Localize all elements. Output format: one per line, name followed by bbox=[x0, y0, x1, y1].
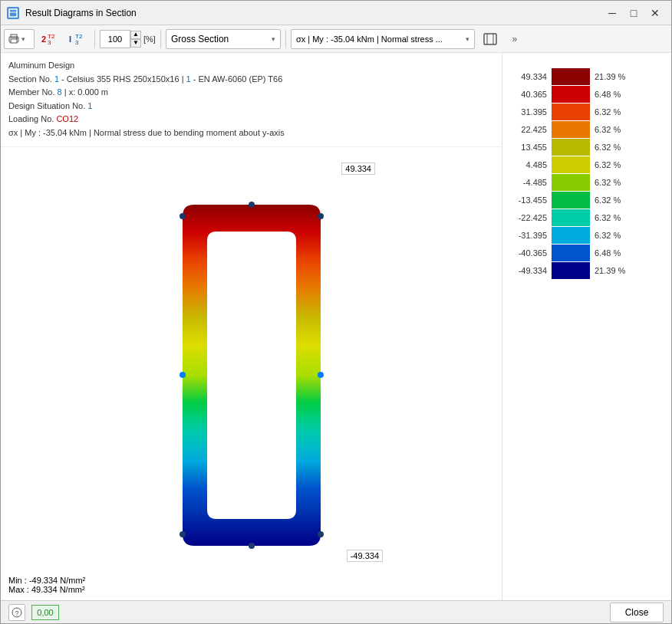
legend-item: -13.4556.32 % bbox=[509, 192, 665, 209]
legend-value: -40.365 bbox=[509, 248, 547, 258]
legend-value: -22.425 bbox=[509, 213, 547, 222]
svg-rect-3 bbox=[11, 39, 17, 43]
info-section: Aluminum Design Section No. 1 - Celsius … bbox=[1, 53, 502, 147]
legend-pct: 6.32 % bbox=[595, 143, 633, 152]
more-button[interactable]: » bbox=[504, 28, 525, 50]
legend-item: 22.4256.32 % bbox=[509, 121, 665, 138]
legend-item: -40.3656.48 % bbox=[509, 245, 665, 261]
svg-point-22 bbox=[249, 543, 255, 549]
legend-item: 4.4856.32 % bbox=[509, 156, 665, 173]
legend-value: 31.395 bbox=[509, 107, 547, 117]
legend-value: 4.485 bbox=[509, 160, 547, 169]
svg-point-20 bbox=[318, 372, 324, 378]
legend-pct: 6.32 % bbox=[595, 213, 633, 222]
right-panel: 49.33421.39 %40.3656.48 %31.3956.32 %22.… bbox=[502, 53, 671, 600]
status-bar: ? 0,00 Close bbox=[1, 600, 671, 623]
legend-color-bar bbox=[552, 245, 590, 261]
svg-point-16 bbox=[318, 213, 324, 219]
window-title: Result Diagrams in Section bbox=[25, 8, 596, 18]
stress-dropdown-label: σx | My : -35.04 kNm | Normal stress ... bbox=[296, 34, 443, 44]
main-content: Aluminum Design Section No. 1 - Celsius … bbox=[1, 53, 671, 600]
svg-rect-0 bbox=[9, 9, 17, 17]
title-bar: Result Diagrams in Section ─ □ ✕ bbox=[1, 1, 671, 25]
minimize-button[interactable]: ─ bbox=[602, 3, 622, 23]
svg-text:?: ? bbox=[15, 609, 18, 617]
info-row-5: Loading No. CO12 bbox=[8, 113, 494, 126]
svg-point-18 bbox=[318, 531, 324, 537]
main-window: Result Diagrams in Section ─ □ ✕ ▾ 2 T2 … bbox=[0, 0, 672, 624]
top-value-label: 49.334 bbox=[341, 163, 375, 175]
legend-color-bar bbox=[552, 68, 590, 85]
legend-item: -4.4856.32 % bbox=[509, 174, 665, 191]
frame-button[interactable] bbox=[479, 28, 501, 50]
legend-color-bar bbox=[552, 209, 590, 226]
print-dropdown-arrow: ▾ bbox=[21, 35, 25, 43]
svg-text:3: 3 bbox=[75, 39, 79, 46]
question-icon: ? bbox=[12, 607, 22, 618]
stress-dropdown-arrow: ▾ bbox=[466, 35, 469, 43]
legend-color-bar bbox=[552, 103, 590, 120]
close-button[interactable]: Close bbox=[610, 603, 664, 622]
toolbar: ▾ 2 T2 3 I T2 3 100 ▲ ▼ [%] bbox=[1, 25, 671, 53]
legend-item: 49.33421.39 % bbox=[509, 68, 665, 85]
min-max-bar: Min : -49.334 N/mm² Max : 49.334 N/mm² bbox=[8, 576, 85, 594]
legend-color-bar bbox=[552, 262, 590, 279]
icon-button-1[interactable]: 2 T2 3 bbox=[38, 28, 62, 50]
section-dropdown-label: Gross Section bbox=[171, 34, 229, 44]
legend-value: 40.365 bbox=[509, 90, 547, 99]
legend-value: 49.334 bbox=[509, 72, 547, 81]
help-icon-button[interactable]: ? bbox=[8, 604, 25, 621]
print-icon bbox=[8, 34, 20, 44]
window-controls: ─ □ ✕ bbox=[602, 3, 665, 23]
app-icon bbox=[7, 7, 19, 19]
legend-pct: 6.48 % bbox=[595, 248, 633, 258]
icon-button-2[interactable]: I T2 3 bbox=[65, 28, 90, 50]
section-dropdown-arrow: ▾ bbox=[272, 35, 275, 43]
close-window-button[interactable]: ✕ bbox=[645, 3, 665, 23]
legend-color-bar bbox=[552, 156, 590, 173]
zoom-input[interactable]: 100 bbox=[100, 30, 130, 48]
legend-pct: 21.39 % bbox=[595, 266, 633, 275]
zoom-down-button[interactable]: ▼ bbox=[130, 39, 141, 48]
zoom-spin: ▲ ▼ bbox=[130, 31, 141, 48]
status-counter: 0,00 bbox=[31, 605, 59, 620]
legend-color-bar bbox=[552, 86, 590, 103]
legend-pct: 6.32 % bbox=[595, 231, 633, 240]
legend-container: 49.33421.39 %40.3656.48 %31.3956.32 %22.… bbox=[509, 68, 665, 280]
legend-color-bar bbox=[552, 192, 590, 209]
bottom-value-label: -49.334 bbox=[347, 550, 383, 562]
legend-value: -49.334 bbox=[509, 266, 547, 275]
stress-dropdown[interactable]: σx | My : -35.04 kNm | Normal stress ...… bbox=[291, 29, 475, 49]
diagram-area: 49.334 bbox=[1, 147, 502, 600]
legend-item: 40.3656.48 % bbox=[509, 86, 665, 103]
zoom-up-button[interactable]: ▲ bbox=[130, 31, 141, 39]
svg-rect-12 bbox=[484, 34, 496, 44]
more-label: » bbox=[512, 34, 518, 44]
svg-point-21 bbox=[249, 202, 255, 208]
legend-value: 22.425 bbox=[509, 125, 547, 134]
left-panel: Aluminum Design Section No. 1 - Celsius … bbox=[1, 53, 502, 600]
legend-pct: 6.48 % bbox=[595, 90, 633, 99]
print-dropdown[interactable]: ▾ bbox=[4, 29, 35, 49]
legend-pct: 6.32 % bbox=[595, 195, 633, 205]
separator-3 bbox=[285, 30, 286, 48]
svg-point-19 bbox=[180, 372, 186, 378]
zoom-control: 100 ▲ ▼ [%] bbox=[100, 30, 156, 48]
info-row-4: Design Situation No. 1 bbox=[8, 100, 494, 113]
svg-point-5 bbox=[16, 38, 18, 39]
legend-pct: 6.32 % bbox=[595, 125, 633, 134]
legend-pct: 6.32 % bbox=[595, 160, 633, 169]
legend-value: -31.395 bbox=[509, 231, 547, 240]
section-diagram bbox=[144, 193, 359, 561]
section-dropdown[interactable]: Gross Section ▾ bbox=[166, 29, 281, 49]
zoom-unit: [%] bbox=[143, 34, 156, 44]
svg-point-17 bbox=[180, 531, 186, 537]
status-left: ? 0,00 bbox=[8, 604, 59, 621]
legend-color-bar bbox=[552, 139, 590, 156]
legend-pct: 6.32 % bbox=[595, 178, 633, 187]
legend-value: 13.455 bbox=[509, 143, 547, 152]
legend-pct: 6.32 % bbox=[595, 107, 633, 117]
separator-1 bbox=[94, 30, 95, 48]
legend-color-bar bbox=[552, 227, 590, 244]
maximize-button[interactable]: □ bbox=[624, 3, 644, 23]
